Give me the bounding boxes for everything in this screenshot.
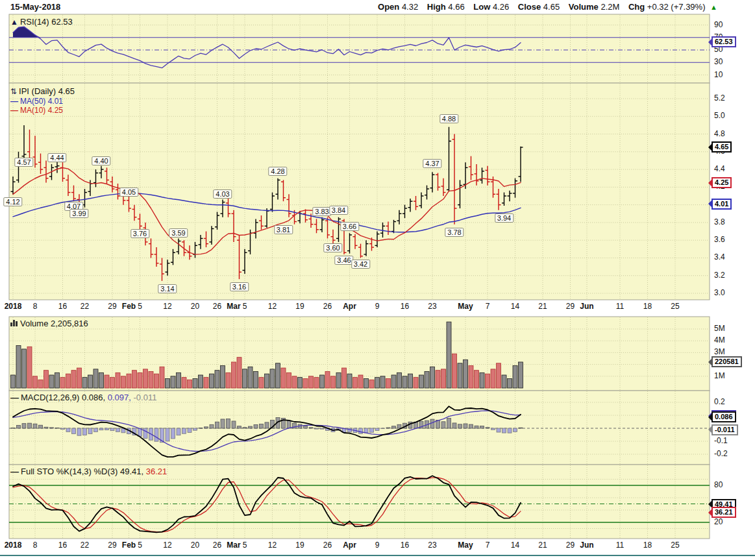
price-pivot-label: 3.60 bbox=[323, 243, 342, 252]
volume-value: 2.2M bbox=[600, 2, 619, 12]
x-axis-tick: 7 bbox=[486, 541, 490, 550]
x-axis-tick: 26 bbox=[323, 541, 332, 550]
price-pivot-label: 3.59 bbox=[169, 228, 188, 237]
price-pivot-label: 4.12 bbox=[3, 197, 22, 206]
price-axis-tick: 3.0 bbox=[714, 288, 725, 297]
x-axis-tick: 12 bbox=[268, 302, 277, 311]
macd-axis-tick: 0.2 bbox=[714, 397, 725, 406]
price-pivot-label: 4.57 bbox=[14, 158, 33, 167]
volume-label: Volume bbox=[569, 2, 599, 12]
symbol-label: IPI (Daily) 4.65 bbox=[19, 86, 75, 96]
low-value: 4.26 bbox=[493, 2, 509, 12]
rsi-value-tag: 62.53 bbox=[712, 36, 736, 47]
price-pivot-label: 4.44 bbox=[47, 153, 66, 162]
sto-axis-tick: 20 bbox=[714, 517, 723, 526]
x-axis-tick: 8 bbox=[33, 541, 38, 550]
price-pivot-label: 4.28 bbox=[268, 167, 287, 176]
price-panel-legend: ⇅IPI (Daily) 4.65 bbox=[10, 86, 75, 96]
x-axis-tick: Apr bbox=[343, 541, 356, 550]
x-axis-tick: 14 bbox=[511, 302, 519, 311]
x-axis-tick: 23 bbox=[428, 302, 436, 311]
macd-signal-value: 0.097, bbox=[108, 393, 131, 402]
x-axis-tick: 16 bbox=[401, 302, 409, 311]
x-axis-tick: Jun bbox=[580, 302, 593, 311]
price-axis-tick: 3.4 bbox=[714, 252, 725, 262]
x-axis-tick: 29 bbox=[566, 302, 575, 311]
price-axis-tick: 3.2 bbox=[714, 271, 725, 280]
rsi-axis-tick: 90 bbox=[714, 20, 723, 29]
rsi-axis-tick: 30 bbox=[714, 57, 723, 66]
price-pivot-label: 4.88 bbox=[439, 114, 458, 123]
x-axis-tick: 12 bbox=[268, 541, 277, 550]
header-date: 15-May-2018 bbox=[10, 2, 60, 12]
price-axis-tick: 5.0 bbox=[714, 111, 725, 120]
x-axis-tick: 29 bbox=[108, 302, 116, 311]
x-axis-tick: 25 bbox=[671, 302, 679, 311]
chg-label: Chg bbox=[628, 2, 645, 12]
area-chart-icon: ▲ bbox=[10, 18, 18, 27]
price-pivot-label: 4.05 bbox=[119, 188, 138, 197]
price-pivot-label: 3.81 bbox=[274, 225, 293, 234]
x-axis-tick: 19 bbox=[295, 541, 304, 550]
x-axis-tick: Apr bbox=[343, 302, 356, 311]
x-axis-tick: Jun bbox=[580, 541, 593, 550]
x-axis-tick: 20 bbox=[191, 541, 199, 550]
open-label: Open bbox=[378, 2, 399, 12]
price-pivot-label: 3.84 bbox=[329, 206, 348, 215]
price-pivot-label: 3.14 bbox=[158, 284, 177, 293]
chg-value: +0.32 (+7.39%) bbox=[647, 2, 706, 12]
x-axis-tick: 7 bbox=[486, 302, 490, 311]
macd-value-tag: 0.086 bbox=[712, 411, 736, 422]
x-axis-tick: 2018 bbox=[5, 541, 22, 550]
rsi-axis-tick: 10 bbox=[714, 70, 723, 79]
x-axis-tick: 26 bbox=[323, 302, 332, 311]
price-pivot-label: 3.99 bbox=[69, 209, 88, 218]
price-pivot-label: 3.78 bbox=[445, 228, 464, 237]
x-axis-tick: 9 bbox=[375, 302, 380, 311]
close-label: Close bbox=[518, 2, 541, 12]
ma50-legend: —MA(50) 4.01 bbox=[10, 97, 63, 106]
sto-axis-tick: 80 bbox=[714, 480, 723, 489]
price-axis-tick: 4.4 bbox=[714, 164, 725, 173]
macd-axis-tick: -0.1 bbox=[714, 436, 728, 445]
x-axis-tick: 11 bbox=[616, 302, 624, 311]
ma10-line-icon: — bbox=[10, 106, 18, 115]
x-axis-tick: 12 bbox=[163, 302, 171, 311]
volume-value-tag: 220581 bbox=[712, 356, 742, 367]
open-value: 4.32 bbox=[402, 2, 418, 12]
x-axis-tick: 5 bbox=[138, 541, 142, 550]
x-axis-tick: 18 bbox=[643, 541, 652, 550]
up-down-arrows-icon: ⇅ bbox=[10, 87, 17, 96]
x-axis-tick: 2018 bbox=[5, 302, 22, 311]
x-axis-tick: Mar bbox=[227, 302, 240, 311]
x-axis-tick: Feb bbox=[122, 302, 136, 311]
price-value-tag: 4.25 bbox=[712, 177, 732, 188]
price-pivot-label: 3.42 bbox=[351, 260, 370, 269]
rsi-panel-bg bbox=[9, 14, 710, 83]
sto-panel-legend: —Full STO %K(14,3) %D(3) 49.41, 36.21 bbox=[10, 467, 167, 476]
price-value-tag: 4.65 bbox=[712, 141, 732, 152]
price-pivot-label: 4.37 bbox=[423, 159, 441, 168]
rsi-label: RSI(14) 62.53 bbox=[20, 17, 73, 27]
bar-chart-icon bbox=[10, 319, 18, 326]
x-axis-tick: Feb bbox=[122, 541, 136, 550]
x-axis-tick: 9 bbox=[375, 541, 380, 550]
x-axis-tick: 5 bbox=[138, 302, 142, 311]
ma50-line-icon: — bbox=[10, 97, 18, 106]
macd-value: 0.086, bbox=[82, 393, 105, 402]
x-axis-tick: 11 bbox=[616, 541, 624, 550]
close-value: 4.65 bbox=[543, 2, 560, 12]
price-axis-tick: 5.2 bbox=[714, 93, 725, 103]
x-axis-tick: 14 bbox=[511, 541, 519, 550]
price-axis-tick: 3.8 bbox=[714, 217, 725, 226]
x-axis-tick: 29 bbox=[108, 541, 116, 550]
sto-k-value: 49.41, bbox=[120, 467, 143, 476]
x-axis-tick: May bbox=[458, 302, 473, 311]
x-axis-tick: 8 bbox=[33, 302, 38, 311]
price-pivot-label: 4.40 bbox=[92, 156, 110, 165]
x-axis-tick: Mar bbox=[227, 541, 240, 550]
price-value-tag: 4.01 bbox=[712, 199, 732, 210]
x-axis-tick: 5 bbox=[243, 302, 247, 311]
x-axis-tick: 16 bbox=[58, 302, 67, 311]
x-axis-tick: 29 bbox=[566, 541, 575, 550]
